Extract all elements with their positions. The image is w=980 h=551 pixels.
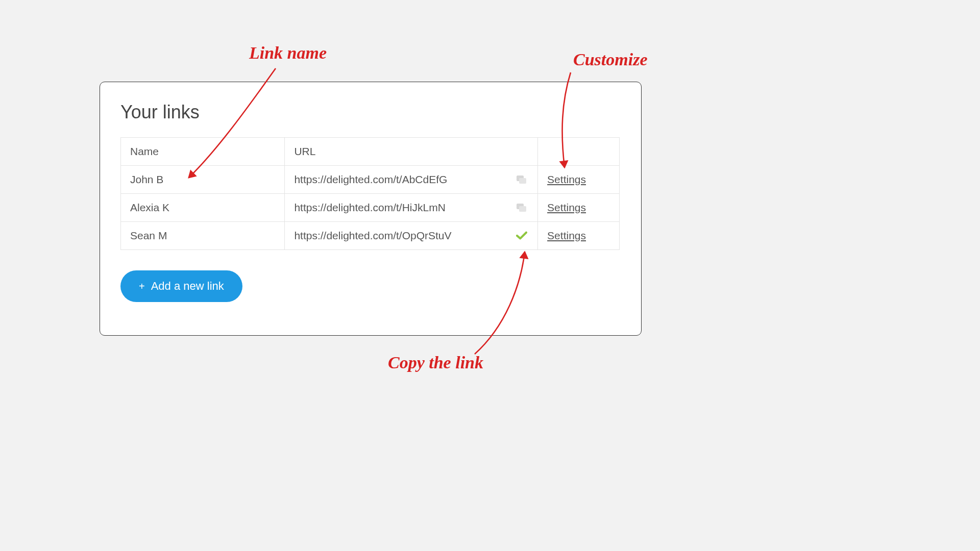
link-settings-cell: Settings <box>538 222 620 250</box>
link-url-text: https://delighted.com/t/OpQrStuV <box>294 230 509 242</box>
table-row: Sean M https://delighted.com/t/OpQrStuV … <box>121 222 620 250</box>
link-name-cell: John B <box>121 166 285 194</box>
check-icon <box>516 231 527 240</box>
card-title: Your links <box>120 102 621 123</box>
link-name-cell: Alexia K <box>121 194 285 222</box>
links-table: Name URL John B https://delighted.com/t/… <box>120 137 620 250</box>
copy-icon <box>517 204 527 212</box>
plus-icon: + <box>139 281 145 291</box>
annotation-link-name: Link name <box>249 43 327 63</box>
add-new-link-label: Add a new link <box>151 280 224 293</box>
settings-link[interactable]: Settings <box>547 202 586 213</box>
column-header-name: Name <box>121 138 285 166</box>
annotation-copy-link: Copy the link <box>388 353 483 372</box>
link-settings-cell: Settings <box>538 194 620 222</box>
table-row: John B https://delighted.com/t/AbCdEfG S… <box>121 166 620 194</box>
copy-link-button[interactable] <box>515 230 528 241</box>
links-card: Your links Name URL John B https://delig… <box>100 82 642 336</box>
add-new-link-button[interactable]: + Add a new link <box>120 270 242 302</box>
column-header-settings <box>538 138 620 166</box>
table-row: Alexia K https://delighted.com/t/HiJkLmN… <box>121 194 620 222</box>
link-url-cell: https://delighted.com/t/OpQrStuV <box>285 222 538 250</box>
link-url-cell: https://delighted.com/t/AbCdEfG <box>285 166 538 194</box>
annotation-customize: Customize <box>573 50 647 69</box>
copy-link-button[interactable] <box>515 202 528 213</box>
link-url-text: https://delighted.com/t/HiJkLmN <box>294 202 509 214</box>
link-url-text: https://delighted.com/t/AbCdEfG <box>294 173 509 186</box>
link-url-cell: https://delighted.com/t/HiJkLmN <box>285 194 538 222</box>
copy-link-button[interactable] <box>515 174 528 185</box>
settings-link[interactable]: Settings <box>547 173 586 185</box>
link-name-cell: Sean M <box>121 222 285 250</box>
settings-link[interactable]: Settings <box>547 230 586 241</box>
copy-icon <box>517 176 527 184</box>
link-settings-cell: Settings <box>538 166 620 194</box>
column-header-url: URL <box>285 138 538 166</box>
